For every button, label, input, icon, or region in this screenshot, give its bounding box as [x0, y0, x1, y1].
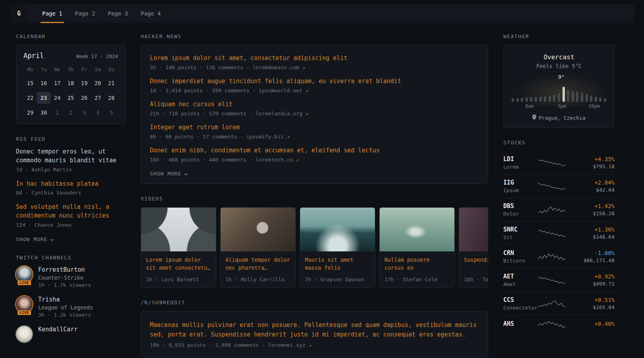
stock-change: +0.92% — [593, 273, 615, 280]
weather-feels-like: Feels like 5°C — [512, 63, 606, 69]
rss-show-more-button[interactable]: SHOW MORE — [16, 236, 54, 242]
weekday-label: Su — [105, 65, 118, 74]
calendar-day: 30 — [37, 107, 50, 118]
stock-row[interactable]: CCS Consectetur +0.51% $165.84 — [503, 292, 615, 315]
calendar-card: April Week 17 · 2024 Mo Tu We Th Fr Sa S… — [16, 45, 126, 124]
video-card[interactable]: Nullam posuere cursus ex 17h · Stefan Co… — [379, 207, 455, 288]
stock-ticker: CCS — [503, 296, 537, 304]
calendar-day-selected: 23 — [37, 92, 50, 103]
tab-page-1[interactable]: Page 1 — [36, 4, 69, 23]
stocks-widget: STOCKS LDI Lorem +4.35% $795.18 IIG — [503, 140, 615, 333]
stock-ticker: DBS — [503, 202, 537, 210]
external-link-icon: ↗ — [296, 157, 299, 163]
stock-price: $66,171.48 — [584, 257, 615, 263]
calendar-day: 20 — [91, 78, 105, 89]
twitch-channel-game: Counter-Strike — [38, 274, 91, 281]
twitch-channel-row[interactable]: KendallCarr — [16, 326, 126, 342]
topbar: G Page 1 Page 2 Page 3 Page 4 — [10, 4, 634, 23]
stock-row[interactable]: AHS +0.46% — [503, 315, 615, 333]
calendar-month: April — [23, 52, 44, 60]
stock-change: +4.35% — [593, 156, 615, 162]
weekday-label: Tu — [37, 65, 50, 74]
stock-sparkline — [537, 158, 566, 167]
hn-show-more-button[interactable]: SHOW MORE — [150, 171, 188, 177]
rss-item-link[interactable]: Donec tempor eros leo, ut commodo mauris… — [16, 148, 126, 165]
location-pin-icon — [532, 115, 536, 121]
twitch-channel-info: KendallCarr — [38, 326, 78, 342]
tab-page-3[interactable]: Page 3 — [101, 4, 134, 23]
video-thumbnail — [380, 208, 454, 251]
calendar-day-other-month: 5 — [105, 107, 118, 118]
video-card-row: Lorem ipsum dolor sit amet consectetu… 1… — [141, 207, 488, 288]
hn-item-link[interactable]: Integer eget rutrum lorem — [150, 123, 479, 132]
video-card[interactable]: Lorem ipsum dolor sit amet consectetu… 1… — [141, 207, 216, 288]
tab-page-4[interactable]: Page 4 — [134, 4, 167, 23]
rss-section-title: RSS FEED — [16, 136, 126, 142]
tab-page-2[interactable]: Page 2 — [69, 4, 102, 23]
stock-ticker: SNRC — [503, 226, 537, 233]
stock-sparkline — [537, 320, 566, 329]
stock-name: Amet — [503, 281, 537, 287]
stock-sparkline — [537, 205, 566, 214]
video-card[interactable]: Suspendisse diam 18h · Tara — [459, 207, 488, 288]
weather-peak-temp: 9° — [558, 74, 564, 80]
video-thumbnail — [459, 208, 488, 251]
video-title: Lorem ipsum dolor sit amet consectetu… — [146, 256, 211, 272]
calendar-section-title: CALENDAR — [16, 33, 126, 39]
twitch-channel-info: ForrestBurton Counter-Strike 1h · 1.7k v… — [38, 266, 91, 288]
stock-name: Sit — [503, 234, 537, 240]
stock-ticker: IIG — [503, 179, 537, 186]
calendar-day: 19 — [78, 78, 91, 89]
subreddit-section-title: /R/SUBREDDIT — [141, 300, 488, 305]
hn-item-link[interactable]: Aliquam nec cursus elit — [150, 100, 479, 109]
weather-hourly-chart: 9° — [512, 76, 606, 102]
weekday-label: Mo — [23, 65, 37, 74]
weather-location-name: Prague, Czechia — [539, 115, 585, 121]
stock-sparkline — [537, 299, 566, 308]
weather-widget: WEATHER Overcast Feels like 5°C 9° 6am 2… — [503, 33, 615, 128]
twitch-channel-row[interactable]: LIVE ForrestBurton Counter-Strike 1h · 1… — [16, 266, 126, 288]
calendar-day: 18 — [64, 78, 78, 89]
hn-item-link[interactable]: Lorem ipsum dolor sit amet, consectetur … — [150, 54, 479, 62]
video-thumbnail — [141, 208, 216, 251]
weather-section-title: WEATHER — [503, 33, 615, 39]
external-link-icon: ↗ — [308, 342, 311, 348]
stocks-section-title: STOCKS — [503, 140, 615, 146]
stock-change: +0.51% — [593, 297, 615, 303]
twitch-channel-row[interactable]: LIVE Trisha League of Legends 3h · 1.2k … — [16, 296, 126, 318]
stock-price: $42.04 — [594, 187, 615, 193]
stock-row[interactable]: AET Amet +0.92% $499.72 — [503, 268, 615, 292]
weather-card: Overcast Feels like 5°C 9° 6am 2pm 10pm … — [503, 45, 615, 128]
rss-item-link[interactable]: Sed volutpat nulla nisl, a condimentum n… — [16, 203, 126, 220]
stock-row[interactable]: SNRC Sit +1.36% $148.64 — [503, 221, 615, 245]
twitch-channel-name: Trisha — [38, 296, 93, 303]
stock-change: -1.00% — [584, 250, 615, 256]
stocks-list: LDI Lorem +4.35% $795.18 IIG Ipsum — [503, 151, 615, 333]
hn-item: Aliquam nec cursus elit 21h · 710 points… — [150, 100, 479, 117]
dashboard-columns: CALENDAR April Week 17 · 2024 Mo Tu We T… — [0, 23, 644, 358]
subreddit-post-link[interactable]: Maecenas mollis pulvinar erat non posuer… — [150, 320, 479, 339]
stock-row[interactable]: CRN Bitcorn -1.00% $66,171.48 — [503, 245, 615, 268]
stock-row[interactable]: LDI Lorem +4.35% $795.18 — [503, 151, 615, 174]
stock-sparkline — [537, 229, 566, 237]
hn-item: Donec enim nibh, condimentum et accumsan… — [150, 146, 479, 163]
stock-row[interactable]: IIG Ipsum +2.84% $42.04 — [503, 174, 615, 198]
twitch-section-title: TWITCH CHANNELS — [16, 255, 126, 261]
rss-item-link[interactable]: In hac habitasse platea — [16, 180, 126, 189]
hn-item-link[interactable]: Donec enim nibh, condimentum et accumsan… — [150, 146, 479, 155]
stock-change: +1.42% — [593, 203, 615, 209]
show-more-label: SHOW MORE — [16, 236, 47, 242]
stock-change: +1.36% — [593, 226, 615, 233]
hn-item-link[interactable]: Donec imperdiet augue tincidunt felis al… — [150, 77, 479, 86]
stock-row[interactable]: DBS Dolor +1.42% $156.28 — [503, 198, 615, 221]
video-card[interactable]: Aliquam tempor dolor nec pharetra… 1h · … — [220, 207, 296, 288]
stock-price: $148.64 — [593, 234, 615, 240]
video-card[interactable]: Mauris sit amet massa felis 7h · Grayson… — [300, 207, 375, 288]
twitch-channel-name: KendallCarr — [38, 326, 78, 333]
app-logo[interactable]: G — [10, 4, 29, 23]
stock-ticker: AHS — [503, 320, 537, 327]
stock-name: Consectetur — [503, 305, 537, 311]
chevron-down-icon — [50, 236, 54, 242]
hn-item: Donec imperdiet augue tincidunt felis al… — [150, 77, 479, 93]
rss-item: In hac habitasse platea 8d · Cynthia Sau… — [16, 180, 126, 196]
